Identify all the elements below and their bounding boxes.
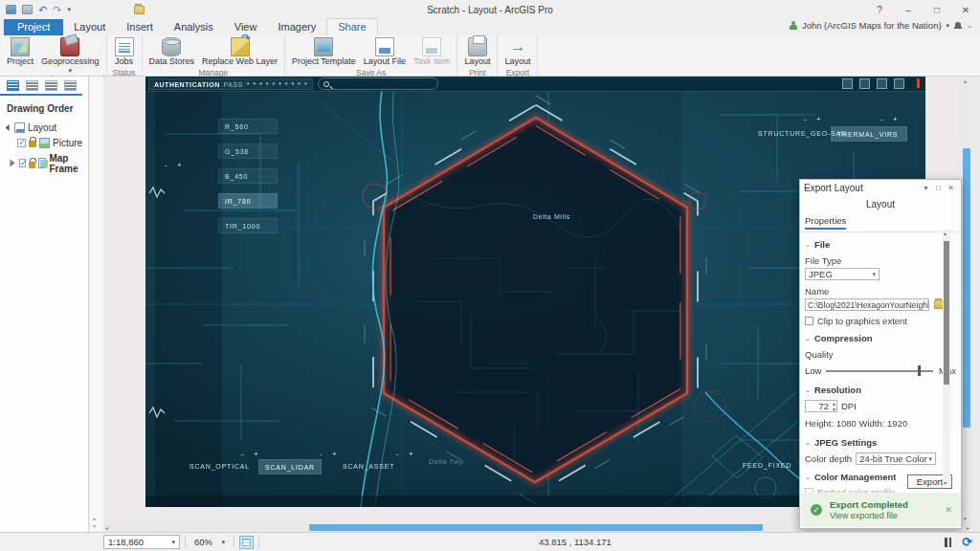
- pane-close-icon[interactable]: ✕: [945, 184, 957, 192]
- panel-scrollbar-thumb[interactable]: [944, 241, 949, 385]
- section-file[interactable]: ⌄File: [800, 232, 961, 250]
- data-stores-button[interactable]: Data Stores: [146, 36, 198, 68]
- tab-analysis[interactable]: Analysis: [164, 19, 224, 35]
- pane-menu-icon[interactable]: ▾: [920, 184, 932, 192]
- chevron-down-icon: ▾: [171, 539, 175, 546]
- lock-icon: [29, 141, 36, 147]
- export-layout-panel: Export Layout ▾ □ ✕ Layout Properties ⌄F…: [799, 179, 962, 529]
- map-frame-visibility-checkbox[interactable]: [19, 159, 26, 167]
- hud-authentication-box: AUTHENTICATION PASS * * * * * * * * * * …: [148, 78, 313, 90]
- spinner-arrows-icon[interactable]: ▴▾: [833, 401, 835, 412]
- jobs-button[interactable]: Jobs: [111, 36, 138, 68]
- panel-scroll-up-icon[interactable]: ▴: [944, 230, 947, 236]
- dpi-spinner[interactable]: 72 ▴▾: [805, 400, 837, 412]
- tab-insert[interactable]: Insert: [116, 19, 164, 35]
- tab-properties[interactable]: Properties: [805, 215, 846, 230]
- slider-thumb[interactable]: [918, 365, 921, 376]
- scroll-down-icon[interactable]: ▾: [964, 515, 967, 521]
- grid-icon: [242, 539, 251, 546]
- redo-icon[interactable]: ↷: [53, 4, 61, 16]
- printer-icon: [468, 37, 487, 56]
- hud-header-band: AUTHENTICATION PASS * * * * * * * * * * …: [145, 77, 925, 92]
- task-item-icon: [422, 37, 441, 56]
- panel-title-bar: Export Layout ▾ □ ✕: [800, 180, 961, 195]
- auth-mask: * * * * * * * * * * * * * * * * * * * *: [247, 81, 307, 88]
- hud-band-ir780: IR_780: [218, 193, 278, 209]
- tree-item-layout[interactable]: Layout: [0, 120, 88, 135]
- section-compression[interactable]: ⌄Compression: [800, 326, 961, 343]
- undo-icon[interactable]: ↶: [38, 4, 47, 16]
- panel-scroll-down-icon[interactable]: ▾: [944, 479, 947, 486]
- tab-share[interactable]: Share: [326, 18, 377, 35]
- tab-project[interactable]: Project: [4, 19, 63, 35]
- account-menu[interactable]: John (ArcGIS Maps for the Nation) ▾ ⌄: [790, 20, 972, 31]
- color-depth-dropdown[interactable]: 24-bit True Color ▾: [856, 452, 936, 465]
- tab-imagery[interactable]: Imagery: [267, 19, 326, 35]
- vertical-scrollbar[interactable]: ▴ ▾: [962, 77, 971, 523]
- scale-combo[interactable]: 1:18,860 ▾: [103, 535, 180, 549]
- clip-checkbox-row[interactable]: Clip to graphics extent: [800, 311, 961, 326]
- tree-item-picture[interactable]: Picture: [0, 135, 88, 150]
- notification-close-icon[interactable]: ✕: [945, 505, 960, 515]
- contents-pane: Drawing Order Layout Picture Map Frame: [0, 77, 89, 532]
- pane-scroll-up-icon[interactable]: ▴: [93, 515, 96, 521]
- expand-open-icon[interactable]: [6, 123, 12, 130]
- help-button[interactable]: ?: [865, 0, 894, 19]
- vertical-scrollbar-thumb[interactable]: [963, 148, 970, 428]
- export-layout-button[interactable]: →Layout: [501, 36, 533, 68]
- layout-item-icon: [14, 122, 25, 133]
- zoom-combo[interactable]: 60% ▾: [190, 535, 229, 549]
- auth-status: PASS: [224, 81, 243, 88]
- project-package-icon: [11, 37, 30, 56]
- geoprocessing-icon: [60, 37, 79, 56]
- view-exported-file-link[interactable]: View exported file: [830, 511, 945, 520]
- notifications-bell-icon[interactable]: [954, 21, 962, 30]
- file-type-dropdown[interactable]: JPEG ▾: [805, 268, 880, 280]
- layout-file-button[interactable]: Layout File: [361, 36, 409, 68]
- dpi-label: DPI: [841, 401, 857, 411]
- drawing-order-tab-icon[interactable]: [7, 80, 19, 91]
- picture-visibility-checkbox[interactable]: [17, 139, 26, 147]
- hud-zoom-controls: - +: [320, 450, 341, 458]
- scroll-right-icon[interactable]: ▸: [967, 524, 969, 531]
- horizontal-scrollbar-thumb[interactable]: [309, 524, 763, 531]
- minimize-button[interactable]: –: [894, 0, 923, 19]
- pane-scroll-down-icon[interactable]: ▾: [93, 522, 96, 529]
- share-geoprocessing-button[interactable]: Geoprocessing▾: [38, 36, 102, 75]
- hud-icon: [842, 78, 853, 89]
- refresh-icon[interactable]: ⟳: [962, 535, 972, 549]
- tab-layout[interactable]: Layout: [63, 19, 116, 35]
- pane-float-icon[interactable]: □: [932, 184, 945, 192]
- user-icon: [790, 21, 797, 30]
- open-project-icon[interactable]: [134, 6, 145, 14]
- snap-grid-toggle[interactable]: [239, 536, 254, 549]
- maximize-button[interactable]: □: [923, 0, 951, 19]
- contents-tab2-icon[interactable]: [26, 80, 38, 91]
- replace-web-layer-button[interactable]: Replace Web Layer: [199, 36, 280, 68]
- section-resolution[interactable]: ⌄Resolution: [800, 378, 961, 395]
- section-jpeg-settings[interactable]: ⌄JPEG Settings: [800, 430, 961, 448]
- clip-checkbox[interactable]: [805, 317, 813, 325]
- pane-divider-strip: ▴ ▾: [90, 77, 103, 532]
- pause-drawing-icon[interactable]: [945, 538, 951, 547]
- account-name: John (ArcGIS Maps for the Nation): [802, 20, 942, 31]
- customize-qat-icon[interactable]: ▾: [67, 6, 71, 13]
- scroll-up-icon[interactable]: ▴: [964, 77, 967, 84]
- contents-tab4-icon[interactable]: [64, 80, 77, 91]
- ribbon-collapse-icon[interactable]: ⌄: [967, 22, 972, 30]
- scroll-left-icon[interactable]: ◂: [105, 524, 108, 531]
- project-template-button[interactable]: Project Template: [289, 36, 359, 68]
- scale-value: 1:18,860: [108, 537, 144, 547]
- panel-scrollbar[interactable]: ▴ ▾: [943, 230, 950, 486]
- quality-slider[interactable]: Low Max: [805, 364, 956, 378]
- close-button[interactable]: ✕: [951, 0, 980, 19]
- add-data-icon[interactable]: [22, 5, 33, 14]
- tree-item-map-frame[interactable]: Map Frame: [0, 150, 88, 176]
- title-bar: ↶ ↷ ▾ Scratch - Layout - ArcGIS Pro ? – …: [0, 0, 980, 19]
- share-project-button[interactable]: Project: [4, 36, 36, 68]
- expand-closed-icon[interactable]: [11, 160, 15, 167]
- name-input[interactable]: C:\Blog\2021\HexagonYourNeighborhood\De: [805, 298, 929, 311]
- save-icon[interactable]: [6, 5, 16, 14]
- print-layout-button[interactable]: Layout: [461, 36, 493, 68]
- contents-tab3-icon[interactable]: [45, 80, 57, 91]
